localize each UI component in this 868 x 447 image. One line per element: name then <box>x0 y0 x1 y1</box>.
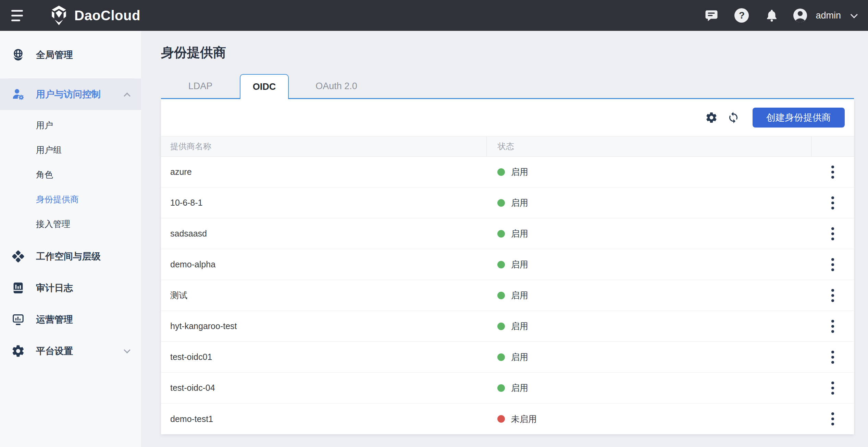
provider-name: test-oidc-04 <box>170 383 215 393</box>
help-button[interactable]: ? <box>727 0 757 31</box>
table-row: demo-test1 未启用 <box>161 403 854 434</box>
provider-name: hyt-kangaroo-test <box>170 321 237 331</box>
user-menu[interactable] <box>787 0 814 31</box>
topbar: DaoCloud ? admin <box>0 0 868 31</box>
tab-oauth[interactable]: OAuth 2.0 <box>289 74 384 98</box>
create-identity-provider-button[interactable]: 创建身份提供商 <box>753 108 845 128</box>
subnav-item[interactable]: 用户组 <box>0 137 141 162</box>
table-row: 10-6-8-1 启用 <box>161 188 854 218</box>
subnav-item[interactable]: 角色 <box>0 162 141 187</box>
sidebar-item-audit-logs[interactable]: 审计日志 <box>0 272 141 304</box>
table-row: hyt-kangaroo-test 启用 <box>161 311 854 342</box>
brand[interactable]: DaoCloud <box>48 5 140 26</box>
sidebar-item-label: 平台设置 <box>36 345 73 357</box>
workspace-icon <box>11 250 25 263</box>
sidebar-item-label: 工作空间与层级 <box>36 250 101 263</box>
status-dot <box>497 261 505 268</box>
sidebar-item-workspaces[interactable]: 工作空间与层级 <box>0 241 141 272</box>
username: admin <box>816 10 841 21</box>
status-cell: 启用 <box>486 188 811 218</box>
table-header: 提供商名称 状态 <box>161 136 854 157</box>
subnav-list: 用户 用户组 角色 身份提供商 接入管理 <box>0 110 141 236</box>
notifications-button[interactable] <box>757 0 787 31</box>
status-label: 启用 <box>511 166 528 178</box>
table-settings-button[interactable] <box>702 108 721 127</box>
status-cell: 启用 <box>486 280 811 311</box>
status-cell: 启用 <box>486 249 811 280</box>
help-icon: ? <box>734 8 749 23</box>
provider-name-cell: test-oidc-04 <box>161 373 486 403</box>
globe-icon <box>11 48 25 62</box>
hamburger-menu-button[interactable] <box>11 9 25 22</box>
status-label: 启用 <box>511 197 528 208</box>
avatar-icon <box>792 7 808 24</box>
topbar-right: ? admin <box>696 0 868 31</box>
status-label: 启用 <box>511 382 528 394</box>
row-actions-kebab-button[interactable] <box>822 347 843 367</box>
status-cell: 启用 <box>486 342 811 372</box>
subnav-item[interactable]: 用户 <box>0 113 141 137</box>
status-dot <box>497 199 505 207</box>
table-row: sadsaasd 启用 <box>161 218 854 249</box>
status-label: 启用 <box>511 321 528 332</box>
status-label: 未启用 <box>511 413 537 425</box>
chevron-down-icon[interactable] <box>124 347 131 353</box>
row-actions-kebab-button[interactable] <box>822 162 843 182</box>
status-cell: 启用 <box>486 311 811 341</box>
status-label: 启用 <box>511 351 528 363</box>
sidebar-item-label: 全局管理 <box>36 49 73 61</box>
provider-name: 10-6-8-1 <box>170 198 203 208</box>
row-actions-kebab-button[interactable] <box>822 285 843 306</box>
provider-name: demo-test1 <box>170 414 213 424</box>
brand-name: DaoCloud <box>74 8 140 23</box>
table-row: test-oidc01 启用 <box>161 342 854 373</box>
status-dot <box>497 353 505 361</box>
table-row: 测试 启用 <box>161 280 854 311</box>
provider-name-cell: 10-6-8-1 <box>161 188 486 218</box>
status-dot <box>497 415 505 423</box>
sidebar-item-platform-settings[interactable]: 平台设置 <box>0 335 141 367</box>
row-actions-kebab-button[interactable] <box>822 316 843 337</box>
row-actions-kebab-button[interactable] <box>822 378 843 398</box>
column-header-provider-name: 提供商名称 <box>161 136 486 156</box>
operations-icon <box>11 313 25 326</box>
gear-icon <box>11 344 25 358</box>
provider-name: test-oidc01 <box>170 352 212 362</box>
status-dot <box>497 323 505 330</box>
status-label: 启用 <box>511 290 528 301</box>
tab-oidc[interactable]: OIDC <box>240 74 289 99</box>
actions-cell <box>811 218 854 249</box>
sidebar-item-users-access-control[interactable]: 用户与访问控制 <box>0 78 141 110</box>
actions-cell <box>811 373 854 403</box>
chevron-down-icon[interactable] <box>851 11 858 18</box>
provider-name-cell: sadsaasd <box>161 218 486 249</box>
subnav-item[interactable]: 接入管理 <box>0 212 141 236</box>
tabbar: LDAP OIDC OAuth 2.0 <box>161 74 854 99</box>
provider-name-cell: demo-alpha <box>161 249 486 280</box>
sidebar-item-operations[interactable]: 运营管理 <box>0 304 141 335</box>
provider-name-cell: demo-test1 <box>161 403 486 434</box>
provider-name: demo-alpha <box>170 259 215 269</box>
gear-icon <box>705 111 718 124</box>
status-cell: 启用 <box>486 373 811 403</box>
chevron-up-icon[interactable] <box>124 93 131 99</box>
row-actions-kebab-button[interactable] <box>822 254 843 275</box>
status-cell: 未启用 <box>486 403 811 434</box>
sidebar-item-global-management[interactable]: 全局管理 <box>0 39 141 71</box>
user-gear-icon <box>11 87 25 101</box>
row-actions-kebab-button[interactable] <box>822 224 843 244</box>
row-actions-kebab-button[interactable] <box>822 193 843 213</box>
table-row: test-oidc-04 启用 <box>161 373 854 403</box>
tab-ldap[interactable]: LDAP <box>161 74 240 98</box>
subnav-item[interactable]: 身份提供商 <box>0 187 141 212</box>
chat-button[interactable] <box>696 0 727 31</box>
row-actions-kebab-button[interactable] <box>822 409 843 429</box>
refresh-button[interactable] <box>724 108 743 127</box>
status-label: 启用 <box>511 228 528 239</box>
provider-table-card: 创建身份提供商 提供商名称 状态 azure 启用 10-6-8-1 启用 <box>161 99 854 434</box>
table-row: azure 启用 <box>161 157 854 188</box>
actions-cell <box>811 249 854 280</box>
provider-name: sadsaasd <box>170 229 207 239</box>
status-dot <box>497 168 505 176</box>
status-label: 启用 <box>511 259 528 270</box>
